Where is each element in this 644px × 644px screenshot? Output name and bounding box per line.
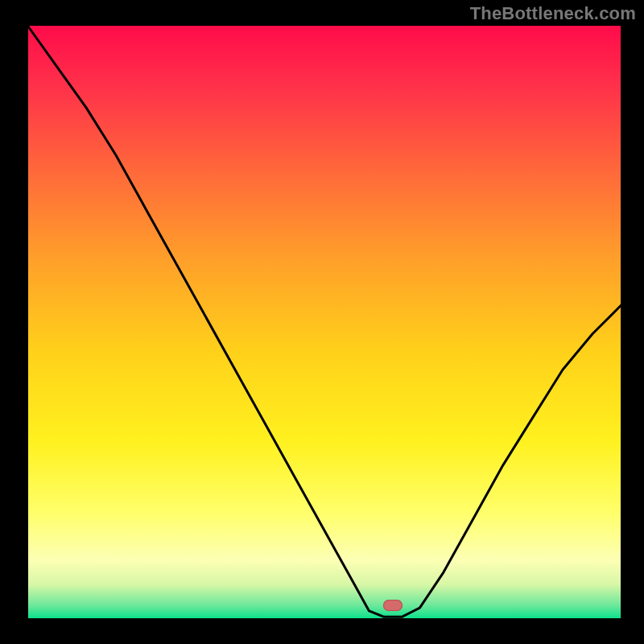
bottleneck-curve <box>0 0 644 644</box>
optimal-marker <box>383 600 402 611</box>
chart-stage: TheBottleneck.com <box>0 0 644 644</box>
